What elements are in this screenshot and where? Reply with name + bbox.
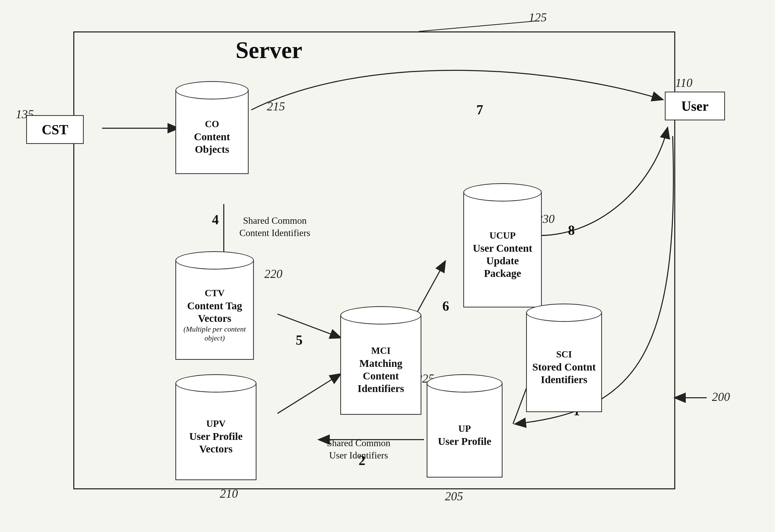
mci-cylinder-top xyxy=(340,306,422,324)
step-4: 4 xyxy=(212,212,219,227)
ref-210: 210 xyxy=(220,487,238,501)
shared-user-text: Shared CommonUser Identifiers xyxy=(309,437,408,462)
cst-label: CST xyxy=(42,122,68,137)
user-box: User xyxy=(665,92,725,120)
mci-cylinder-body: MCI Matching Content Identifiers xyxy=(340,315,422,415)
mci-main: Matching Content Identifiers xyxy=(341,357,421,395)
shared-content-text: Shared CommonContent Identifiers xyxy=(233,215,317,239)
diagram-container: Server 125 110 135 200 215 220 225 230 2… xyxy=(0,0,775,532)
ucup-main: User Content Update Package xyxy=(464,242,541,280)
ref-200: 200 xyxy=(712,390,730,404)
ctv-main: Content Tag Vectors xyxy=(176,300,253,325)
step-6: 6 xyxy=(442,298,449,314)
mci-abbr: MCI xyxy=(371,345,391,356)
upv-cylinder-top xyxy=(175,374,256,393)
ucup-abbr: UCUP xyxy=(490,230,516,241)
ctv-abbr: CTV xyxy=(205,288,224,299)
up-abbr: UP xyxy=(458,423,471,434)
step-7: 7 xyxy=(476,102,483,117)
ref-205: 205 xyxy=(445,489,463,503)
ctv-cylinder-body: CTV Content Tag Vectors (Multiple per co… xyxy=(175,260,254,360)
mci-cylinder: MCI Matching Content Identifiers xyxy=(337,306,424,415)
ref-220: 220 xyxy=(264,267,282,281)
up-cylinder-body: UP User Profile xyxy=(427,383,503,478)
step-8: 8 xyxy=(568,222,575,238)
sci-cylinder: SCI Stored Contnt Identifiers xyxy=(524,304,605,412)
upv-cylinder: UPV User Profile Vectors xyxy=(173,374,259,480)
ctv-sub: (Multiple per content object) xyxy=(176,325,253,342)
ucup-cylinder-top xyxy=(463,183,542,201)
server-box xyxy=(73,31,675,489)
up-main: User Profile xyxy=(435,435,494,448)
svg-line-8 xyxy=(419,21,537,31)
ref-125: 125 xyxy=(529,10,547,24)
co-cylinder-body: CO Content Objects xyxy=(175,90,249,174)
upv-abbr: UPV xyxy=(206,418,226,429)
co-abbr: CO xyxy=(205,119,219,130)
server-title: Server xyxy=(235,37,302,64)
step-5: 5 xyxy=(296,332,302,348)
up-cylinder: UP User Profile xyxy=(424,374,505,478)
ctv-cylinder: CTV Content Tag Vectors (Multiple per co… xyxy=(173,251,256,360)
sci-abbr: SCI xyxy=(556,349,572,360)
ref-110: 110 xyxy=(675,76,693,90)
sci-cylinder-body: SCI Stored Contnt Identifiers xyxy=(526,313,602,412)
user-label: User xyxy=(681,98,709,114)
upv-main: User Profile Vectors xyxy=(176,430,256,455)
sci-cylinder-top xyxy=(526,304,602,322)
ucup-cylinder: UCUP User Content Update Package xyxy=(461,183,545,307)
ucup-cylinder-body: UCUP User Content Update Package xyxy=(463,192,542,307)
up-cylinder-top xyxy=(427,374,503,393)
upv-cylinder-body: UPV User Profile Vectors xyxy=(175,383,256,480)
co-cylinder-top xyxy=(175,81,249,99)
co-main: Content Objects xyxy=(176,131,248,156)
ref-215: 215 xyxy=(267,99,285,113)
sci-main: Stored Contnt Identifiers xyxy=(527,361,601,386)
cst-box: CST xyxy=(26,115,84,144)
co-cylinder: CO Content Objects xyxy=(173,81,251,174)
ctv-cylinder-top xyxy=(175,251,254,270)
